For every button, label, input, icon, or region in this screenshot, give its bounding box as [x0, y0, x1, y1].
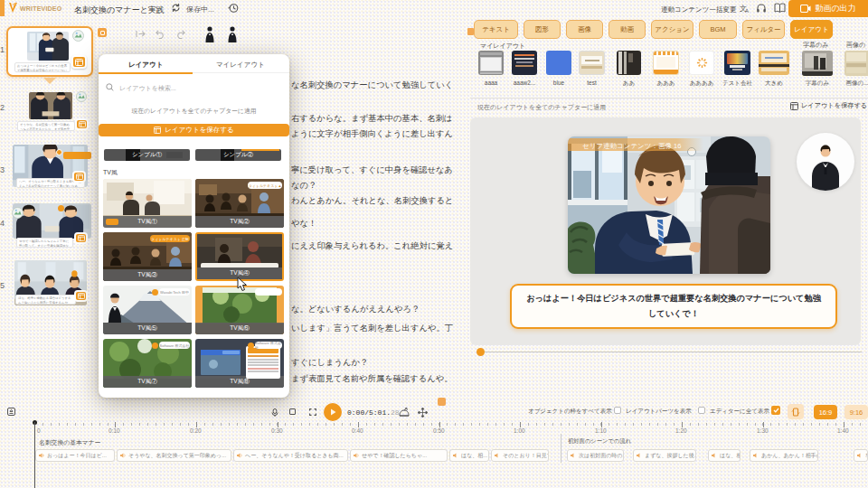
svg-text:セリフ連動コンテンツ：画像 16: セリフ連動コンテンツ：画像 16 [582, 142, 681, 150]
svg-text:A: A [745, 8, 749, 14]
svg-text:WRITEVIDEO: WRITEVIDEO [20, 5, 62, 12]
